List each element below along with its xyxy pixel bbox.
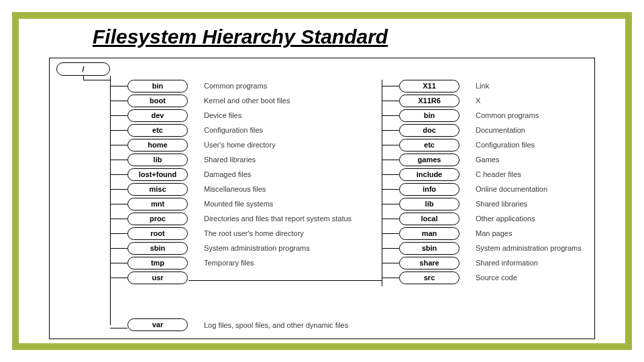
left-column: binCommon programsbootKernel and other b… [110,80,365,286]
dir-row: mntMounted file systems [110,198,365,210]
dir-row: devDevice files [110,109,365,122]
dir-node: home [127,139,188,152]
dir-node: bin [399,109,460,122]
dir-desc: Shared libraries [476,198,527,208]
dir-desc: Games [476,154,499,164]
dir-desc: X [476,95,480,105]
dir-row: includeC header files [382,168,623,181]
dir-row: miscMiscellaneous files [110,183,365,196]
root-node: / [56,62,110,76]
dir-desc: Man pages [476,227,512,238]
page-title: Filesystem Hierarchy Standard [93,25,388,48]
dir-node: dev [127,109,188,122]
dir-desc: Mounted file systems [204,198,273,208]
dir-node: misc [127,183,188,196]
dir-row: X11Link [382,80,623,93]
dir-row: lost+foundDamaged files [110,168,365,181]
dir-desc: Shared libraries [204,154,256,164]
dir-node: etc [127,124,188,137]
dir-row: docDocumentation [382,124,623,137]
dir-row: X11R6X [382,95,623,107]
dir-desc: Link [476,80,489,90]
dir-row: homeUser's home directory [110,139,365,152]
dir-node-var: var [127,318,188,331]
dir-desc: Configuration files [476,139,535,149]
dir-node: proc [127,213,188,225]
dir-node: src [399,272,460,284]
dir-row: tmpTemporary files [110,257,365,269]
dir-node: X11R6 [399,95,460,107]
dir-node: lost+found [127,168,188,181]
dir-desc: System administration programs [204,242,310,253]
dir-desc: Shared information [476,257,538,267]
dir-node: lib [127,154,188,166]
dir-node: games [399,154,460,166]
dir-node: root [127,227,188,240]
dir-node: sbin [127,242,188,255]
dir-node: man [399,227,460,240]
dir-node: usr [127,272,188,284]
dir-row: libShared libraries [382,198,623,210]
dir-desc: Temporary files [204,257,254,267]
dir-row: infoOnline documentation [382,183,623,196]
dir-node: X11 [399,80,460,93]
dir-row: procDirectories and files that report sy… [110,213,365,225]
dir-desc-var: Log files, spool files, and other dynami… [204,320,348,330]
dir-desc: C header files [476,168,521,179]
fhs-diagram: / binCommon programsbootKernel and other… [49,58,595,339]
var-row: var Log files, spool files, and other dy… [110,318,580,331]
dir-node: lib [399,198,460,210]
dir-desc: Kernel and other boot files [204,95,290,105]
dir-desc: Other applications [476,213,535,223]
dir-desc: Damaged files [204,168,251,179]
dir-node: boot [127,95,188,107]
dir-row: bootKernel and other boot files [110,95,365,107]
dir-row: etcConfiguration files [110,124,365,137]
dir-node: tmp [127,257,188,269]
dir-node: bin [127,80,188,93]
dir-node: sbin [399,242,460,255]
dir-node: share [399,257,460,269]
dir-node: include [399,168,460,181]
slide-frame: Filesystem Hierarchy Standard / binCommo… [12,12,632,350]
dir-desc: Device files [204,109,241,120]
dir-node: local [399,213,460,225]
dir-row: gamesGames [382,154,623,166]
dir-desc: Online documentation [476,183,547,194]
dir-node: doc [399,124,460,137]
dir-row: localOther applications [382,213,623,225]
dir-desc: System administration programs [476,242,582,253]
dir-desc: The root user's home directory [204,227,304,238]
dir-row: manMan pages [382,227,623,240]
dir-desc: Documentation [476,124,525,135]
dir-row: usr [110,272,365,284]
dir-desc: User's home directory [204,139,276,149]
dir-row: binCommon programs [382,109,623,122]
dir-row: sbinSystem administration programs [382,242,623,255]
dir-desc: Directories and files that report system… [204,213,352,223]
dir-row: rootThe root user's home directory [110,227,365,240]
dir-node: info [399,183,460,196]
dir-node: mnt [127,198,188,210]
dir-desc: Configuration files [204,124,263,135]
dir-row: etcConfiguration files [382,139,623,152]
dir-desc: Common programs [476,109,539,120]
dir-row: shareShared information [382,257,623,269]
dir-desc: Source code [476,272,517,282]
right-column: X11LinkX11R6XbinCommon programsdocDocume… [382,80,623,286]
dir-desc: Common programs [204,80,267,90]
dir-row: binCommon programs [110,80,365,93]
dir-row: libShared libraries [110,154,365,166]
dir-desc: Miscellaneous files [204,183,266,194]
dir-row: srcSource code [382,272,623,284]
dir-row: sbinSystem administration programs [110,242,365,255]
dir-node: etc [399,139,460,152]
